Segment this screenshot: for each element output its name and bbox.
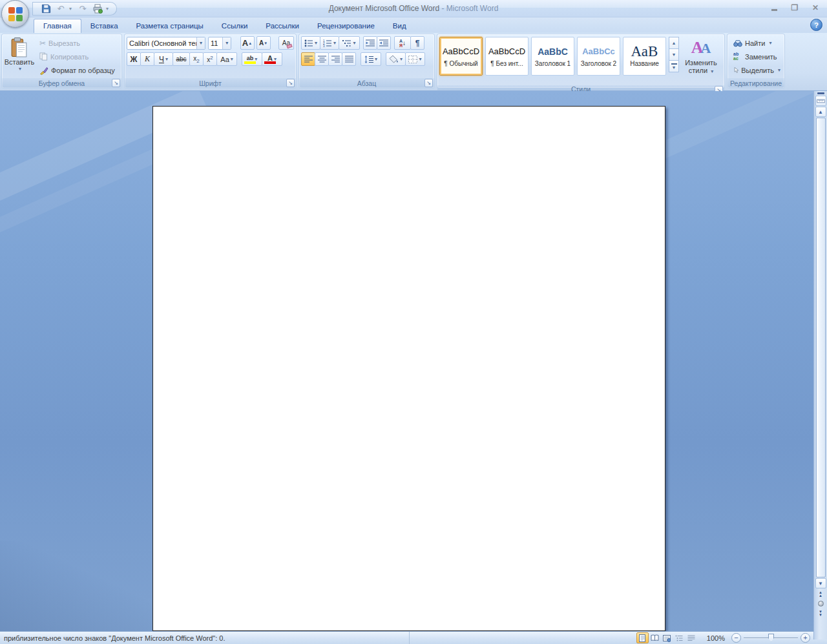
zoom-in-button[interactable]: + [801, 633, 810, 643]
italic-button[interactable]: К [140, 52, 154, 66]
zoom-out-button[interactable]: − [731, 633, 741, 643]
format-painter-button[interactable]: Формат по образцу [37, 63, 120, 77]
bold-button[interactable]: Ж [127, 52, 141, 66]
draft-view-button[interactable] [686, 632, 698, 643]
decrease-indent-button[interactable] [363, 36, 377, 50]
shading-button[interactable]: ▾ [386, 52, 406, 66]
tab-view[interactable]: Вид [384, 19, 415, 33]
change-case-dropdown-icon[interactable]: ▾ [231, 56, 233, 62]
grow-font-button[interactable]: А▲ [240, 36, 255, 50]
change-styles-dropdown-icon[interactable]: ▾ [711, 68, 713, 74]
highlight-color-swatch [244, 61, 256, 64]
style-label: ¶ Обычный [444, 60, 477, 67]
bullets-button[interactable]: ▾ [301, 36, 320, 50]
minimize-button[interactable] [768, 3, 780, 13]
align-left-button[interactable] [301, 52, 315, 66]
multilevel-list-dropdown-icon[interactable]: ▾ [353, 40, 355, 46]
word-count-status[interactable]: приблизительное число знаков "Документ M… [0, 632, 410, 644]
numbering-button[interactable]: 123 ▾ [320, 36, 339, 50]
zoom-slider-thumb[interactable] [768, 634, 774, 642]
ruler-toggle-button[interactable] [815, 96, 826, 106]
paragraph-dialog-launcher[interactable]: ↘ [424, 79, 433, 87]
shrink-font-button[interactable]: А▼ [256, 36, 271, 50]
scrollbar-thumb[interactable] [816, 118, 826, 577]
outline-view-button[interactable] [673, 632, 686, 643]
group-font: Calibri (Основной тек ▾ 11 ▾ А▲ А▼ Аа [124, 34, 297, 88]
shading-dropdown-icon[interactable]: ▾ [400, 56, 403, 62]
style-no-spacing[interactable]: AaBbCcD ¶ Без инт... [485, 37, 529, 76]
tab-home[interactable]: Главная [34, 19, 81, 33]
zoom-slider-track[interactable] [744, 638, 798, 639]
find-dropdown-icon[interactable]: ▾ [769, 40, 771, 46]
cut-button[interactable]: ✂ Вырезать [37, 36, 120, 50]
split-window-handle[interactable] [817, 92, 824, 94]
strikethrough-button[interactable]: abc [173, 52, 190, 66]
borders-dropdown-icon[interactable]: ▾ [419, 56, 421, 62]
tab-mailings[interactable]: Рассылки [256, 19, 308, 33]
replace-button[interactable]: abac Заменить [731, 50, 782, 63]
find-button[interactable]: Найти ▾ [731, 36, 782, 50]
copy-button[interactable]: Копировать [37, 50, 120, 63]
borders-button[interactable]: ▾ [405, 52, 425, 66]
change-case-button[interactable]: Аа ▾ [216, 52, 237, 66]
replace-label: Заменить [745, 53, 777, 61]
style-heading2[interactable]: AaBbCc Заголовок 2 [577, 37, 620, 76]
font-name-dropdown-icon[interactable]: ▾ [196, 37, 205, 49]
font-color-button[interactable]: А ▾ [262, 52, 282, 66]
clear-formatting-button[interactable]: Аа [278, 36, 294, 50]
clipboard-dialog-launcher[interactable]: ↘ [112, 79, 120, 87]
align-center-button[interactable] [315, 52, 329, 66]
paste-dropdown-icon[interactable]: ▾ [19, 66, 21, 72]
bullets-dropdown-icon[interactable]: ▾ [315, 40, 317, 46]
styles-scroll-down-button[interactable]: ▼ [669, 48, 679, 61]
help-button[interactable]: ? [810, 19, 822, 31]
close-button[interactable]: ✕ [809, 3, 822, 13]
scroll-down-button[interactable]: ▼ [815, 578, 826, 588]
styles-scroll-up-button[interactable]: ▲ [669, 37, 679, 49]
document-page[interactable] [152, 106, 665, 631]
multilevel-list-button[interactable]: ▾ [339, 36, 360, 50]
underline-button[interactable]: Ч ▾ [154, 52, 173, 66]
numbering-dropdown-icon[interactable]: ▾ [333, 40, 336, 46]
align-right-button[interactable] [328, 52, 342, 66]
fullscreen-reading-view-button[interactable] [649, 632, 661, 643]
show-marks-button[interactable]: ¶ [410, 36, 424, 50]
justify-button[interactable] [342, 52, 356, 66]
select-browse-object-button[interactable] [818, 601, 824, 607]
font-size-dropdown-icon[interactable]: ▾ [222, 37, 231, 49]
highlight-button[interactable]: ab ▾ [242, 52, 262, 66]
tab-insert[interactable]: Вставка [81, 19, 127, 33]
font-name-combo[interactable]: Calibri (Основной тек ▾ [127, 37, 205, 50]
change-styles-button[interactable]: AA Изменить стили ▾ [682, 37, 720, 85]
tab-review[interactable]: Рецензирование [308, 19, 384, 33]
web-layout-view-button[interactable] [661, 632, 673, 643]
font-dialog-launcher[interactable]: ↘ [286, 79, 295, 87]
subscript-button[interactable]: x2 [189, 52, 204, 66]
line-spacing-button[interactable]: ▾ [361, 52, 381, 66]
underline-dropdown-icon[interactable]: ▾ [165, 56, 168, 62]
scroll-up-button[interactable]: ▲ [815, 107, 826, 117]
style-title[interactable]: АаВ Название [623, 37, 666, 76]
tab-page-layout[interactable]: Разметка страницы [127, 19, 213, 33]
style-normal[interactable]: AaBbCcD ¶ Обычный [439, 37, 483, 76]
styles-gallery-more-button[interactable]: ▼ [669, 60, 679, 72]
select-button[interactable]: Выделить ▾ [731, 63, 782, 77]
select-dropdown-icon[interactable]: ▾ [778, 67, 780, 73]
sort-button[interactable]: А Я ↓ [394, 36, 411, 50]
paste-button[interactable]: Вставить ▾ [4, 36, 35, 78]
previous-page-button[interactable]: ▲▲ [815, 589, 826, 599]
title-bar: ↶ ▾ ↷ ▾ Документ Microsoft Office Word -… [0, 0, 827, 17]
font-size-combo[interactable]: 11 ▾ [208, 37, 231, 50]
line-spacing-dropdown-icon[interactable]: ▾ [375, 56, 377, 62]
status-bar: приблизительное число знаков "Документ M… [0, 631, 827, 644]
zoom-level[interactable]: 100% [707, 634, 725, 642]
style-heading1[interactable]: AaBbC Заголовок 1 [531, 37, 574, 76]
print-layout-view-button[interactable] [636, 632, 649, 643]
next-page-button[interactable]: ▼▼ [815, 608, 826, 618]
increase-indent-button[interactable] [377, 36, 391, 50]
tab-references[interactable]: Ссылки [213, 19, 257, 33]
style-label: Заголовок 2 [581, 60, 616, 67]
office-button[interactable] [1, 0, 29, 28]
restore-button[interactable]: ❐ [788, 3, 801, 13]
superscript-button[interactable]: x2 [203, 52, 217, 66]
